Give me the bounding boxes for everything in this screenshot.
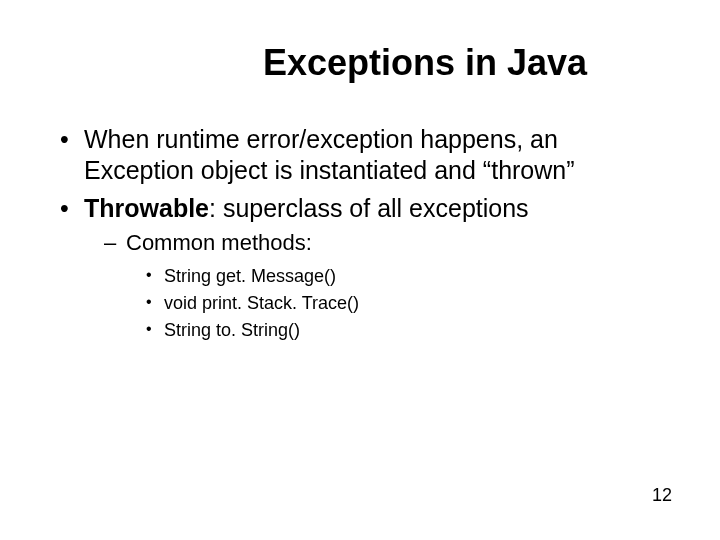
bullet-list-level2: Common methods: String get. Message() vo… [84,228,672,345]
bullet-item-2: Throwable: superclass of all exceptions … [84,193,672,345]
slide-title: Exceptions in Java [48,42,672,84]
bullet-item-2-rest: : superclass of all exceptions [209,194,529,222]
slide: Exceptions in Java When runtime error/ex… [0,0,720,540]
sub-bullet-label: Common methods: [126,230,312,255]
bullet-list-level1: When runtime error/exception happens, an… [48,124,672,344]
sub-bullet-common-methods: Common methods: String get. Message() vo… [126,228,672,345]
bullet-list-level3: String get. Message() void print. Stack.… [126,263,672,344]
bullet-item-2-bold: Throwable [84,194,209,222]
page-number: 12 [652,485,672,506]
bullet-item-1: When runtime error/exception happens, an… [84,124,672,187]
method-item-3: String to. String() [164,317,672,344]
method-item-1: String get. Message() [164,263,672,290]
method-item-2: void print. Stack. Trace() [164,290,672,317]
